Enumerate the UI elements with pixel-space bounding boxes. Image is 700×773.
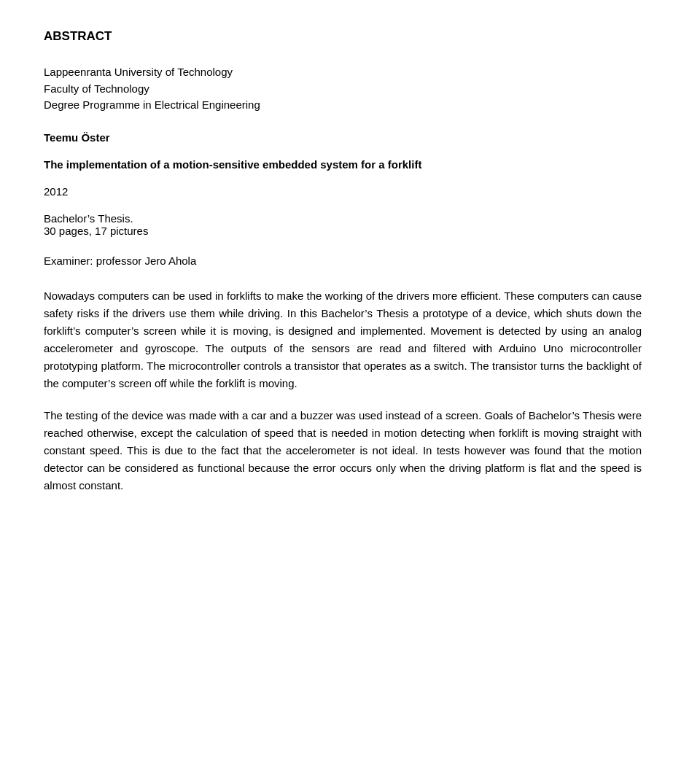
thesis-type: Bachelor’s Thesis. (44, 212, 642, 225)
pages-detail: 30 pages, 17 pictures (44, 225, 642, 237)
institution-line2: Faculty of Technology (44, 81, 642, 98)
abstract-paragraph-2: The testing of the device was made with … (44, 407, 642, 494)
meta-block: Bachelor’s Thesis. 30 pages, 17 pictures (44, 212, 642, 237)
institution-line1: Lappeenranta University of Technology (44, 64, 642, 81)
institution-line3: Degree Programme in Electrical Engineeri… (44, 97, 642, 114)
institution-block: Lappeenranta University of Technology Fa… (44, 64, 642, 114)
examiner: Examiner: professor Jero Ahola (44, 255, 642, 267)
author-name: Teemu Öster (44, 131, 642, 144)
thesis-title: The implementation of a motion-sensitive… (44, 158, 642, 171)
section-title: ABSTRACT (44, 29, 642, 44)
abstract-section: ABSTRACT Lappeenranta University of Tech… (44, 29, 642, 494)
abstract-body: Nowadays computers can be used in forkli… (44, 287, 642, 494)
year: 2012 (44, 185, 642, 198)
abstract-paragraph-1: Nowadays computers can be used in forkli… (44, 287, 642, 392)
